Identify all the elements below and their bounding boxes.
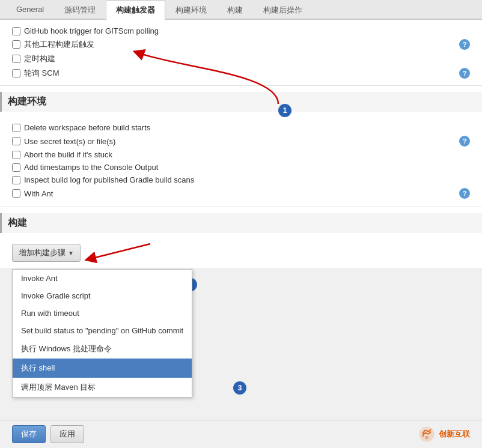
dropdown-arrow-icon: ▼	[68, 250, 74, 256]
env-item-gradle: Inspect build log for published Gradle b…	[12, 174, 470, 186]
tab-构建触发器[interactable]: 构建触发器	[106, 0, 165, 20]
checkbox-github[interactable]	[12, 27, 20, 35]
help-icon-secret[interactable]: ?	[459, 136, 470, 147]
tab-构建后操作[interactable]: 构建后操作	[253, 0, 313, 20]
build-section-title: 构建	[0, 213, 482, 233]
checkbox-abort[interactable]	[12, 151, 20, 159]
env-label-delete-ws: Delete workspace before build starts	[24, 123, 150, 132]
add-step-button[interactable]: 增加构建步骤 ▼	[12, 244, 81, 262]
checkbox-timestamps[interactable]	[12, 163, 20, 172]
env-item-abort: Abort the build if it's stuck	[12, 148, 470, 161]
build-env-section: Delete workspace before build starts Use…	[0, 117, 482, 207]
build-section: 增加构建步骤 ▼ Invoke AntInvoke Gradle scriptR…	[0, 238, 482, 268]
help-icon-scm[interactable]: ?	[459, 68, 470, 79]
env-label-ant: With Ant	[24, 189, 53, 198]
trigger-label-scm: 轮询 SCM	[24, 68, 59, 79]
trigger-section: GitHub hook trigger for GITScm polling 其…	[0, 20, 482, 85]
svg-point-2	[419, 426, 434, 441]
checkbox-scm[interactable]	[12, 69, 20, 77]
dropdown-item[interactable]: Invoke Ant	[13, 270, 192, 287]
env-label-abort: Abort the build if it's stuck	[24, 150, 112, 159]
dropdown-item[interactable]: 执行 shell	[13, 359, 192, 378]
env-label-timestamps: Add timestamps to the Console Output	[24, 163, 158, 172]
checkbox-other[interactable]	[12, 40, 20, 49]
dropdown-item[interactable]: Run with timeout	[13, 304, 192, 322]
help-icon-ant[interactable]: ?	[459, 188, 470, 199]
env-item-secret: Use secret text(s) or file(s) ?	[12, 134, 470, 148]
env-label-secret: Use secret text(s) or file(s)	[24, 137, 115, 146]
dropdown-item[interactable]: Set build status to "pending" on GitHub …	[13, 322, 192, 339]
dropdown-item[interactable]: Invoke Gradle script	[13, 287, 192, 304]
trigger-item-scm: 轮询 SCM ?	[12, 66, 470, 80]
brand-name: 创新互联	[439, 429, 470, 440]
tab-构建环境[interactable]: 构建环境	[165, 0, 217, 20]
trigger-label-scheduled: 定时构建	[24, 53, 55, 64]
trigger-item-other: 其他工程构建后触发 ?	[12, 37, 470, 52]
env-item-delete-ws: Delete workspace before build starts	[12, 121, 470, 134]
trigger-label-other: 其他工程构建后触发	[24, 39, 94, 50]
trigger-label-github: GitHub hook trigger for GITScm polling	[24, 26, 159, 35]
brand-logo-icon	[418, 426, 435, 443]
apply-button[interactable]: 应用	[50, 425, 84, 443]
checkbox-secret[interactable]	[12, 137, 20, 145]
save-button[interactable]: 保存	[12, 425, 46, 443]
dropdown-item[interactable]: 调用顶层 Maven 目标	[13, 378, 192, 397]
annotation-3: 3	[233, 381, 246, 395]
env-item-ant: With Ant ?	[12, 186, 470, 201]
bottom-bar: 保存 应用 创新互联	[0, 420, 482, 448]
tab-构建[interactable]: 构建	[217, 0, 253, 20]
tab-bar: General源码管理构建触发器构建环境构建构建后操作	[0, 0, 482, 20]
add-step-dropdown: Invoke AntInvoke Gradle scriptRun with t…	[12, 269, 192, 398]
checkbox-gradle[interactable]	[12, 176, 20, 184]
checkbox-scheduled[interactable]	[12, 55, 20, 63]
add-step-label: 增加构建步骤	[19, 247, 66, 258]
annotation-1: 1	[278, 104, 291, 117]
checkbox-delete-ws[interactable]	[12, 124, 20, 132]
checkbox-ant[interactable]	[12, 189, 20, 198]
main-content: GitHub hook trigger for GITScm polling 其…	[0, 20, 482, 268]
env-item-timestamps: Add timestamps to the Console Output	[12, 161, 470, 174]
build-env-title: 构建环境	[0, 92, 482, 112]
brand-area: 创新互联	[418, 426, 470, 443]
action-buttons: 保存 应用	[12, 425, 84, 443]
help-icon-other[interactable]: ?	[459, 39, 470, 50]
tab-源码管理[interactable]: 源码管理	[54, 0, 106, 20]
env-label-gradle: Inspect build log for published Gradle b…	[24, 175, 194, 184]
trigger-item-github: GitHub hook trigger for GITScm polling	[12, 25, 470, 37]
trigger-item-scheduled: 定时构建	[12, 52, 470, 66]
tab-General[interactable]: General	[6, 0, 54, 20]
svg-point-3	[425, 436, 429, 440]
dropdown-item[interactable]: 执行 Windows 批处理命令	[13, 339, 192, 359]
